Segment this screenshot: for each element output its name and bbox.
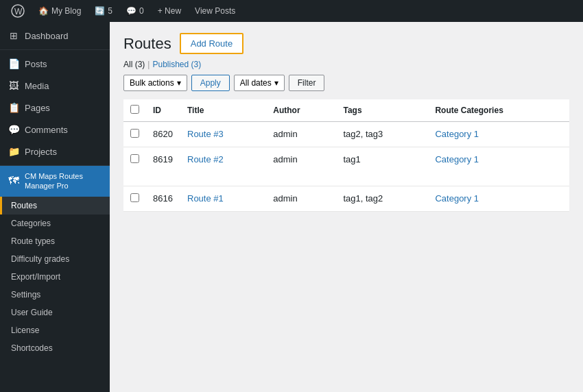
bulk-actions-select[interactable]: Bulk actions ▾ [123, 75, 187, 91]
routes-label: Routes [11, 201, 37, 210]
sidebar-item-settings[interactable]: Settings [0, 286, 110, 304]
license-label: License [11, 326, 39, 335]
sidebar-item-shortcodes[interactable]: Shortcodes [0, 339, 110, 357]
select-all-checkbox[interactable] [130, 105, 139, 114]
sidebar-item-routes[interactable]: Routes [0, 197, 110, 215]
svg-text:W: W [14, 7, 23, 16]
table-row: 8616 Route #1 admin tag1, tag2 Category … [123, 186, 569, 212]
sidebar-item-route-types[interactable]: Route types [0, 232, 110, 250]
apply-button[interactable]: Apply [191, 75, 230, 91]
sidebar-item-cm-maps[interactable]: 🗺 CM Maps Routes Manager Pro [0, 166, 110, 197]
filter-tab-separator: | [147, 60, 150, 69]
filter-bar: Bulk actions ▾ Apply All dates ▾ Filter [123, 75, 569, 91]
row-checkbox-cell [123, 147, 146, 186]
row-category: Category 1 [428, 122, 569, 147]
sidebar-item-pages[interactable]: 📋 Pages [0, 97, 110, 119]
row-author: admin [266, 186, 336, 212]
row-id: 8616 [146, 186, 180, 212]
filter-tabs: All (3) | Published (3) [123, 60, 569, 69]
sidebar-item-export-import[interactable]: Export/Import [0, 268, 110, 286]
shortcodes-label: Shortcodes [11, 343, 53, 353]
filter-tab-published[interactable]: Published (3) [152, 60, 201, 69]
route-category-link[interactable]: Category 1 [435, 129, 479, 139]
bulk-actions-label: Bulk actions [130, 78, 174, 88]
comments-count: 0 [139, 6, 144, 16]
add-route-button[interactable]: Add Route [180, 33, 243, 54]
row-tags: tag2, tag3 [336, 122, 428, 147]
all-dates-chevron-icon: ▾ [274, 78, 278, 88]
route-category-link[interactable]: Category 1 [435, 193, 479, 204]
sidebar-item-posts[interactable]: 📄 Posts [0, 53, 110, 75]
route-title-link[interactable]: Route #1 [187, 193, 224, 204]
route-types-label: Route types [11, 236, 55, 246]
route-categories-column-header: Route Categories [428, 99, 569, 122]
sidebar-item-projects-label: Projects [25, 147, 57, 157]
view-posts-label: View Posts [195, 6, 235, 16]
filter-tab-all[interactable]: All (3) [123, 60, 145, 69]
sidebar-item-user-guide[interactable]: User Guide [0, 304, 110, 321]
updates-count: 5 [108, 6, 112, 16]
admin-bar: W 🏠 My Blog 🔄 5 💬 0 + New View Posts [0, 0, 583, 22]
pages-icon: 📋 [8, 102, 19, 113]
select-all-header [123, 99, 146, 122]
page-title: Routes [123, 35, 171, 53]
sidebar-item-media-label: Media [25, 81, 49, 91]
route-title-link[interactable]: Route #2 [187, 154, 224, 164]
sidebar-item-comments[interactable]: 💬 Comments [0, 119, 110, 140]
bulk-actions-chevron-icon: ▾ [177, 78, 181, 88]
comment-icon: 💬 [126, 6, 136, 16]
media-icon: 🖼 [8, 80, 19, 91]
main-content: Routes Add Route All (3) | Published (3)… [110, 22, 583, 392]
sidebar-item-pages-label: Pages [25, 103, 50, 113]
site-name: My Blog [51, 6, 81, 16]
routes-table: ID Title Author Tags Route Categories 86… [123, 99, 569, 212]
row-checkbox-cell [123, 122, 146, 147]
view-posts-item[interactable]: View Posts [189, 0, 241, 22]
difficulty-grades-label: Difficulty grades [11, 254, 69, 264]
sidebar-item-dashboard[interactable]: ⊞ Dashboard [0, 25, 110, 47]
sidebar-item-posts-label: Posts [25, 59, 47, 69]
dashboard-icon: ⊞ [8, 30, 19, 41]
sidebar-item-projects[interactable]: 📁 Projects [0, 140, 110, 162]
row-tags: tag1, tag2 [336, 186, 428, 212]
updates-item[interactable]: 🔄 5 [89, 0, 118, 22]
comments-sidebar-icon: 💬 [8, 124, 19, 135]
row-checkbox-0[interactable] [130, 129, 139, 138]
projects-icon: 📁 [8, 146, 19, 157]
sidebar-item-media[interactable]: 🖼 Media [0, 75, 110, 97]
author-column-header: Author [266, 99, 336, 122]
row-tags: tag1 [336, 147, 428, 186]
new-label: + New [158, 6, 181, 16]
table-row: 8620 Route #3 admin tag2, tag3 Category … [123, 122, 569, 147]
row-title: Route #2 [180, 147, 266, 186]
site-name-item[interactable]: 🏠 My Blog [33, 0, 86, 22]
sidebar-item-dashboard-label: Dashboard [25, 31, 69, 41]
sidebar-item-license[interactable]: License [0, 321, 110, 339]
row-checkbox-cell [123, 186, 146, 212]
user-guide-label: User Guide [11, 308, 53, 317]
sidebar-item-categories[interactable]: Categories [0, 215, 110, 232]
wp-logo-item[interactable]: W [5, 0, 30, 22]
export-import-label: Export/Import [11, 272, 60, 282]
row-checkbox-1[interactable] [130, 154, 139, 163]
sidebar-item-difficulty-grades[interactable]: Difficulty grades [0, 250, 110, 268]
house-icon: 🏠 [38, 6, 49, 16]
route-title-link[interactable]: Route #3 [187, 129, 224, 139]
comments-item[interactable]: 💬 0 [121, 0, 150, 22]
row-title: Route #1 [180, 186, 266, 212]
new-item[interactable]: + New [152, 0, 187, 22]
tags-column-header: Tags [336, 99, 428, 122]
row-id: 8620 [146, 122, 180, 147]
all-dates-select[interactable]: All dates ▾ [234, 75, 285, 91]
title-column-header: Title [180, 99, 266, 122]
sidebar-item-cm-maps-label: CM Maps Routes Manager Pro [25, 171, 102, 191]
route-category-link[interactable]: Category 1 [435, 154, 479, 164]
page-header: Routes Add Route [123, 33, 569, 54]
all-dates-label: All dates [240, 78, 272, 88]
filter-button[interactable]: Filter [289, 75, 325, 91]
row-category: Category 1 [428, 147, 569, 186]
row-author: admin [266, 147, 336, 186]
row-checkbox-2[interactable] [130, 193, 139, 202]
posts-icon: 📄 [8, 58, 19, 69]
map-icon: 🗺 [8, 175, 19, 186]
